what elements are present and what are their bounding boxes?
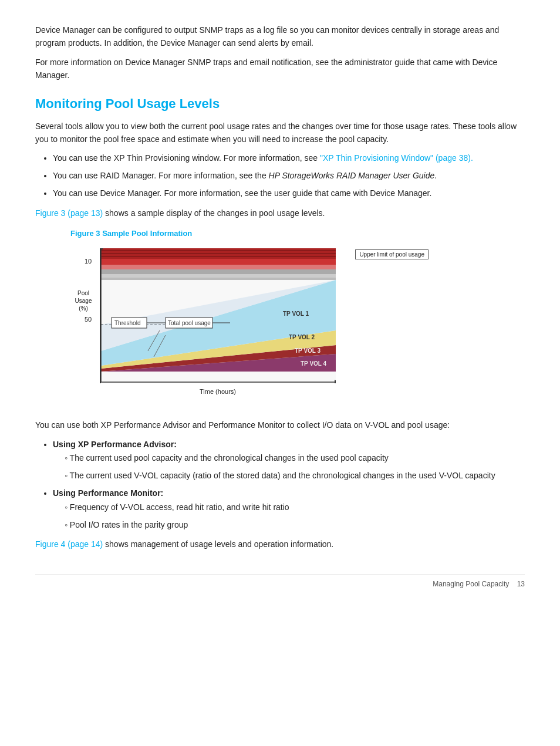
intro-para1: Device Manager can be configured to outp… xyxy=(35,23,525,50)
svg-marker-18 xyxy=(335,380,336,383)
perf-advisor-sub1: The current used pool capacity and the c… xyxy=(65,451,525,465)
y-axis-10: 10 xyxy=(85,258,92,265)
y-axis-50: 50 xyxy=(85,316,92,323)
vol1-text: TP VOL 1 xyxy=(283,310,309,317)
figure3-link[interactable]: Figure 3 (page 13) xyxy=(35,208,103,218)
total-pool-text: Total pool usage xyxy=(168,320,211,326)
svg-rect-8 xyxy=(101,274,336,278)
perf-advisor-heading: Using XP Performance Advisor: xyxy=(53,440,177,449)
svg-rect-3 xyxy=(101,254,336,256)
intro-para2: For more information on Device Manager S… xyxy=(35,56,525,82)
threshold-text-label: Threshold xyxy=(114,320,140,326)
perf-monitor-sub2: Pool I/O rates in the parity group xyxy=(65,518,525,532)
figure3-chart: PoolUsage(%) 10 50 Upper limit of pool u… xyxy=(70,242,364,401)
perf-monitor-sub-list: Frequency of V-VOL access, read hit rati… xyxy=(65,501,525,532)
svg-rect-7 xyxy=(101,269,336,274)
section-heading: Monitoring Pool Usage Levels xyxy=(35,96,525,112)
svg-rect-5 xyxy=(101,259,336,265)
vol4-text: TP VOL 4 xyxy=(301,360,327,367)
upper-limit-label: Upper limit of pool usage xyxy=(359,251,424,258)
figure3-title: Figure 3 Sample Pool Information xyxy=(70,229,525,238)
bullet2-post: . xyxy=(434,171,437,180)
chart-svg: TP VOL 1 TP VOL 2 TP VOL 3 TP VOL 4 Thre… xyxy=(101,248,336,383)
section-para1: Several tools allow you to view both the… xyxy=(35,120,525,146)
footer-page: 13 xyxy=(517,580,525,588)
footer-section: Managing Pool Capacity xyxy=(433,580,509,588)
figure4-link[interactable]: Figure 4 (page 14) xyxy=(35,539,103,549)
bullet2-italic: HP StorageWorks RAID Manager User Guide xyxy=(269,171,435,180)
bullet-item-1: You can use the XP Thin Provisioning win… xyxy=(53,151,525,166)
bullet-item-2: You can use RAID Manager. For more infor… xyxy=(53,169,525,183)
perf-advisor-sub-list: The current used pool capacity and the c… xyxy=(65,451,525,483)
perf-monitor-item: Using Performance Monitor: Frequency of … xyxy=(53,487,525,532)
figure4-ref: Figure 4 (page 14) shows management of u… xyxy=(35,538,525,551)
bullet-item-3: You can use Device Manager. For more inf… xyxy=(53,187,525,201)
section-body: Several tools allow you to view both the… xyxy=(35,120,525,551)
bullet-list-tools: You can use the XP Thin Provisioning win… xyxy=(53,151,525,200)
upper-limit-callout: Upper limit of pool usage xyxy=(355,249,429,259)
chart-area: 10 50 Upper limit of pool usage xyxy=(100,248,335,383)
perf-monitor-sub1: Frequency of V-VOL access, read hit rati… xyxy=(65,501,525,515)
figure3-ref: Figure 3 (page 13) shows a sample displa… xyxy=(35,207,525,220)
page-footer: Managing Pool Capacity 13 xyxy=(35,575,525,588)
bullet2-pre: You can use RAID Manager. For more infor… xyxy=(53,171,269,180)
bullet1-pre: You can use the XP Thin Provisioning win… xyxy=(53,153,320,163)
svg-rect-9 xyxy=(101,278,336,280)
figure3-ref-post: shows a sample display of the changes in… xyxy=(103,208,325,218)
svg-rect-6 xyxy=(101,265,336,269)
time-label: Time (hours) xyxy=(200,388,236,395)
pool-usage-label: PoolUsage(%) xyxy=(70,289,96,312)
vol3-text: TP VOL 3 xyxy=(295,347,321,354)
figure4-ref-post: shows management of usage levels and ope… xyxy=(103,539,333,549)
perf-monitor-heading: Using Performance Monitor: xyxy=(53,488,163,498)
bullet1-link[interactable]: "XP Thin Provisioning Window" (page 38). xyxy=(320,153,473,163)
svg-rect-1 xyxy=(101,248,336,250)
x-axis-label: Time (hours) xyxy=(200,388,236,395)
perf-advisor-sub2: The current used V-VOL capacity (ratio o… xyxy=(65,469,525,483)
performance-list: Using XP Performance Advisor: The curren… xyxy=(53,438,525,532)
svg-rect-2 xyxy=(101,251,336,253)
vol2-text: TP VOL 2 xyxy=(289,334,315,340)
svg-rect-4 xyxy=(101,257,336,259)
intro-section: Device Manager can be configured to outp… xyxy=(35,23,525,82)
perf-advisor-item: Using XP Performance Advisor: The curren… xyxy=(53,438,525,483)
para-after-chart: You can use both XP Performance Advisor … xyxy=(35,418,525,431)
